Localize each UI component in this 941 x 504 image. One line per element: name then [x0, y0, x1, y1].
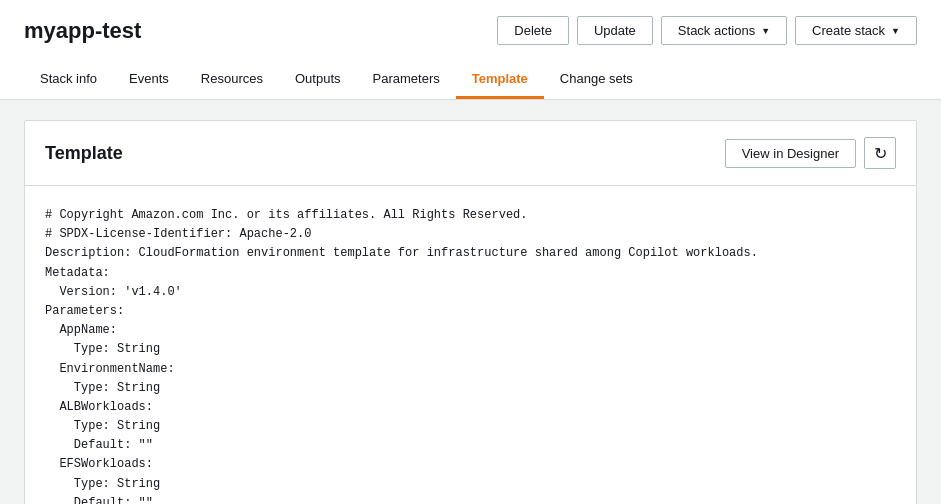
view-in-designer-button[interactable]: View in Designer — [725, 139, 856, 168]
create-stack-button[interactable]: Create stack — [795, 16, 917, 45]
tab-change-sets[interactable]: Change sets — [544, 61, 649, 99]
delete-button[interactable]: Delete — [497, 16, 569, 45]
tab-outputs[interactable]: Outputs — [279, 61, 357, 99]
tabs-nav: Stack info Events Resources Outputs Para… — [24, 61, 917, 99]
main-content: Template View in Designer ↻ # Copyright … — [0, 100, 941, 504]
tab-events[interactable]: Events — [113, 61, 185, 99]
panel-header-actions: View in Designer ↻ — [725, 137, 896, 169]
stack-actions-button[interactable]: Stack actions — [661, 16, 787, 45]
panel-header: Template View in Designer ↻ — [25, 121, 916, 186]
tab-stack-info[interactable]: Stack info — [24, 61, 113, 99]
update-button[interactable]: Update — [577, 16, 653, 45]
tab-parameters[interactable]: Parameters — [357, 61, 456, 99]
page-title: myapp-test — [24, 18, 141, 44]
tab-template[interactable]: Template — [456, 61, 544, 99]
template-code: # Copyright Amazon.com Inc. or its affil… — [25, 186, 916, 504]
panel-title: Template — [45, 143, 123, 164]
tab-resources[interactable]: Resources — [185, 61, 279, 99]
template-panel: Template View in Designer ↻ # Copyright … — [24, 120, 917, 504]
header-actions: Delete Update Stack actions Create stack — [497, 16, 917, 45]
refresh-button[interactable]: ↻ — [864, 137, 896, 169]
